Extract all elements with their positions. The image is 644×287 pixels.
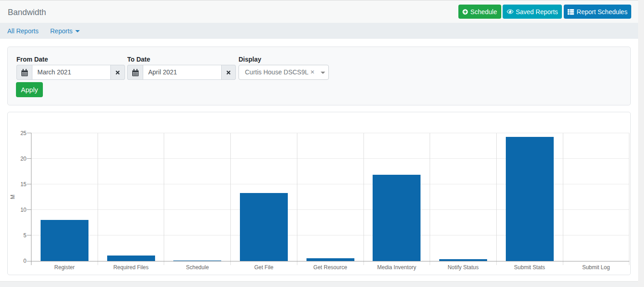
svg-text:Register: Register <box>54 264 75 271</box>
svg-text:Schedule: Schedule <box>186 264 209 271</box>
svg-text:10: 10 <box>21 207 27 213</box>
svg-text:Submit Log: Submit Log <box>582 264 610 271</box>
svg-text:Notify Status: Notify Status <box>447 264 478 271</box>
svg-text:Required Files: Required Files <box>113 264 148 271</box>
svg-text:20: 20 <box>21 156 27 162</box>
svg-text:15: 15 <box>21 181 27 188</box>
svg-text:25: 25 <box>21 130 27 136</box>
svg-text:Media Inventory: Media Inventory <box>377 264 416 271</box>
svg-text:Get File: Get File <box>254 264 273 271</box>
svg-text:Submit Stats: Submit Stats <box>514 264 545 271</box>
svg-text:Get Resource: Get Resource <box>313 264 347 271</box>
svg-text:0: 0 <box>23 258 26 264</box>
svg-text:M: M <box>10 195 16 199</box>
svg-text:5: 5 <box>23 232 26 239</box>
